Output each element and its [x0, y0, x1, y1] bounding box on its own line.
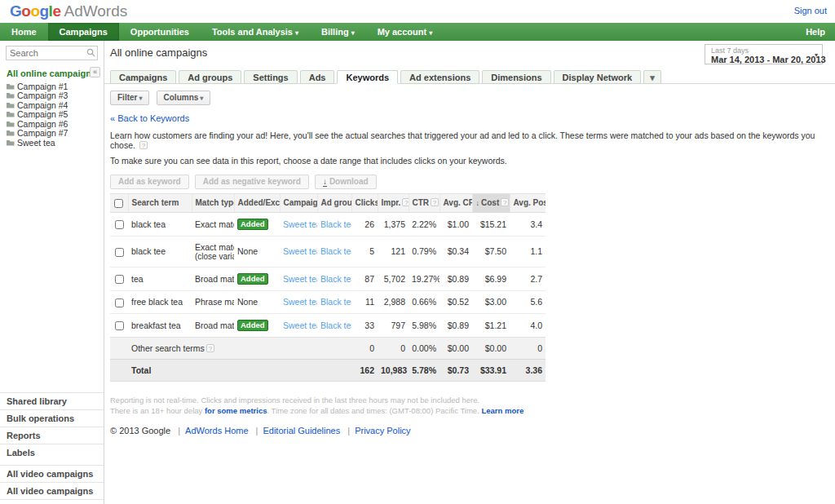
cost-cell: $1.21: [472, 313, 510, 337]
help-icon[interactable]: ?: [206, 344, 214, 352]
date-preset-label: Last 7 days: [711, 46, 809, 55]
tab-dimensions[interactable]: Dimensions: [482, 70, 550, 84]
privacy-policy-link[interactable]: Privacy Policy: [355, 426, 410, 435]
help-icon[interactable]: ?: [139, 141, 148, 149]
ad-group-link[interactable]: Black tea: [320, 246, 351, 256]
row-checkbox[interactable]: [115, 298, 124, 307]
campaign-label: Campaign #1: [17, 82, 68, 91]
ad-group-link[interactable]: Black tea: [320, 274, 351, 284]
sidebar-item-labels[interactable]: Labels: [0, 444, 104, 461]
table-row: tea Broad match Added Sweet tea Black te…: [110, 267, 546, 290]
for-some-metrics-link[interactable]: for some metrics: [205, 406, 267, 415]
collapse-sidebar-button[interactable]: «: [90, 67, 100, 77]
campaign-link[interactable]: Sweet tea: [283, 219, 317, 229]
col-label: Match type: [196, 198, 235, 207]
nav-label: My account: [378, 27, 427, 37]
sidebar-item-shared-library[interactable]: Shared library: [0, 392, 104, 409]
tab-keywords[interactable]: Keywords: [337, 70, 398, 84]
row-checkbox[interactable]: [115, 275, 124, 284]
col-label: Avg. Pos.: [514, 198, 546, 207]
sidebar-item-campaign-7[interactable]: Campaign #7: [7, 129, 104, 139]
table-row: breakfast tea Broad match Added Sweet te…: [110, 313, 546, 337]
avg-cpc-cell: $0.89: [440, 267, 472, 290]
columns-button[interactable]: Columns▾: [157, 91, 211, 105]
sidebar-item-campaign-3[interactable]: Campaign #3: [7, 91, 104, 101]
col-clicks[interactable]: Clicks?: [351, 194, 378, 213]
col-label: Clicks: [356, 198, 378, 207]
sidebar-all-campaigns[interactable]: All online campaigns «: [0, 64, 104, 82]
nav-item-my-account[interactable]: My account▾: [366, 23, 444, 41]
top-header: GoogleAdWords Sign out: [0, 0, 835, 23]
tab-ad-groups[interactable]: Ad groups: [179, 70, 241, 84]
ctr-cell: 2.22%: [409, 212, 440, 236]
row-checkbox[interactable]: [115, 248, 124, 257]
tab-ads[interactable]: Ads: [300, 70, 335, 84]
ad-group-link[interactable]: Black tea: [320, 219, 351, 229]
campaign-link[interactable]: Sweet tea: [283, 246, 317, 256]
row-checkbox[interactable]: [115, 321, 124, 330]
sign-out-link[interactable]: Sign out: [794, 6, 827, 15]
sidebar-item-reports[interactable]: Reports: [0, 427, 104, 444]
folder-icon: [7, 111, 15, 117]
separator: |: [347, 426, 350, 435]
help-icon[interactable]: ?: [402, 198, 409, 206]
col-cost-sorted[interactable]: ↓Cost?: [472, 194, 510, 213]
learn-more-link[interactable]: Learn more: [481, 406, 524, 415]
adwords-home-link[interactable]: AdWords Home: [185, 426, 248, 435]
sidebar-item-campaign-5[interactable]: Campaign #5: [7, 110, 104, 120]
col-campaign[interactable]: Campaign: [280, 194, 317, 213]
select-all-checkbox[interactable]: [114, 199, 123, 208]
campaign-link[interactable]: Sweet tea: [283, 274, 317, 284]
nav-item-tools-analysis[interactable]: Tools and Analysis▾: [201, 23, 310, 41]
note-text: . Time zone for all dates and times: (GM…: [267, 406, 481, 415]
add-as-keyword-button[interactable]: Add as keyword: [110, 175, 189, 189]
tab-display-network[interactable]: Display Network: [554, 70, 642, 84]
help-icon[interactable]: ?: [431, 198, 439, 206]
search-input[interactable]: [6, 46, 98, 60]
add-as-negative-keyword-button[interactable]: Add as negative keyword: [195, 175, 309, 189]
cost-cell: $6.99: [472, 267, 510, 290]
col-impr[interactable]: Impr.?: [378, 194, 409, 213]
col-avg-cpc[interactable]: Avg. CPC?: [440, 194, 472, 213]
campaign-label: Campaign #7: [17, 128, 68, 138]
nav-item-campaigns[interactable]: Campaigns: [48, 23, 119, 41]
intro-text-2: To make sure you can see data in this re…: [110, 156, 835, 166]
avg-cpc-cell: $1.00: [440, 212, 472, 236]
sidebar-item-campaign-1[interactable]: Campaign #1: [7, 82, 104, 91]
tab-campaigns[interactable]: Campaigns: [110, 70, 176, 84]
nav-item-home[interactable]: Home: [0, 23, 48, 41]
campaign-label: Campaign #3: [17, 91, 68, 100]
col-ad-group[interactable]: Ad group: [317, 194, 351, 213]
ad-group-link[interactable]: Black tea: [320, 297, 351, 307]
back-to-keywords-link[interactable]: « Back to Keywords: [110, 113, 835, 123]
folder-icon: [7, 121, 15, 127]
nav-item-opportunities[interactable]: Opportunities: [119, 23, 201, 41]
sidebar-item-campaign-6[interactable]: Campaign #6: [7, 119, 104, 129]
col-avg-pos[interactable]: Avg. Pos.?: [510, 194, 546, 213]
copyright-text: © 2013 Google: [110, 426, 170, 435]
row-checkbox[interactable]: [115, 220, 124, 229]
sidebar-item-all-video-campaigns-1[interactable]: All video campaigns: [0, 465, 104, 482]
campaign-link[interactable]: Sweet tea: [283, 321, 317, 330]
nav-item-billing[interactable]: Billing▾: [310, 23, 366, 41]
sidebar-item-bulk-operations[interactable]: Bulk operations: [0, 409, 104, 427]
google-adwords-logo: GoogleAdWords: [10, 2, 127, 20]
col-ctr[interactable]: CTR?: [409, 194, 440, 213]
nav-help-link[interactable]: Help: [796, 23, 835, 41]
folder-icon: [7, 92, 15, 99]
help-icon[interactable]: ?: [501, 198, 509, 206]
filter-button[interactable]: Filter▾: [110, 91, 149, 105]
sidebar-item-all-video-campaigns-2[interactable]: All video campaigns: [0, 482, 104, 500]
campaign-link[interactable]: Sweet tea: [283, 297, 317, 307]
clicks-cell: 87: [351, 267, 378, 290]
sidebar-bottom-links: Shared library Bulk operations Reports L…: [0, 392, 104, 500]
tab-more[interactable]: ▾: [643, 70, 661, 84]
date-range-selector[interactable]: Last 7 days Mar 14, 2013 - Mar 20, 2013 …: [705, 44, 823, 64]
sidebar-item-campaign-4[interactable]: Campaign #4: [7, 100, 104, 110]
editorial-guidelines-link[interactable]: Editorial Guidelines: [263, 426, 340, 435]
download-button[interactable]: ↓Download: [315, 175, 377, 189]
sidebar-item-sweet-tea[interactable]: Sweet tea: [7, 138, 104, 148]
ad-group-link[interactable]: Black tea: [320, 321, 351, 330]
tab-settings[interactable]: Settings: [244, 70, 297, 84]
tab-ad-extensions[interactable]: Ad extensions: [400, 70, 479, 84]
